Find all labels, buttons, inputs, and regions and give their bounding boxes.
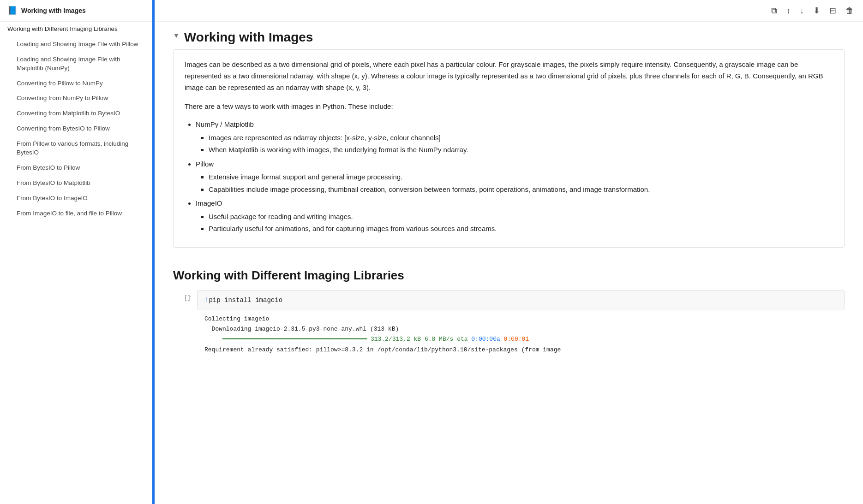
sub-list-item: Useful package for reading and writing i… xyxy=(209,212,833,222)
section1-list: NumPy / MatplotlibImages are represented… xyxy=(185,119,833,234)
sidebar-item-loading-and-showing-matplotlib[interactable]: Loading and Showing Image File with Matp… xyxy=(0,52,152,76)
sidebar-item-loading-and-showing-pillow[interactable]: Loading and Showing Image File with Pill… xyxy=(0,37,152,52)
section2-title: Working with Different Imaging Libraries xyxy=(173,268,845,283)
section1-paragraph1: Images can be described as a two dimensi… xyxy=(185,59,833,93)
save-button[interactable]: ⬇ xyxy=(811,4,822,18)
progress-speed: 6.8 MB/s xyxy=(425,336,453,343)
move-up-button[interactable]: ↑ xyxy=(785,4,792,18)
sidebar-item-bytesio-to-pillow[interactable]: From BytesIO to Pillow xyxy=(0,160,152,176)
section1-paragraph2: There are a few ways to work with images… xyxy=(185,101,833,113)
copy-button[interactable]: ⧉ xyxy=(769,4,779,18)
section1-cell: ▼ Working with Images Images can be desc… xyxy=(173,22,845,248)
output-block: Collecting imageio Downloading imageio-2… xyxy=(197,314,845,355)
list-item: NumPy / MatplotlibImages are represented… xyxy=(196,119,833,155)
output-line-2: Downloading imageio-2.31.5-py3-none-any.… xyxy=(204,324,845,334)
section1-content: Images can be described as a two dimensi… xyxy=(173,49,845,248)
sidebar-item-imageio-to-file[interactable]: From ImageIO to file, and file to Pillow xyxy=(0,206,152,221)
sidebar-item-bytesio-to-matplotlib[interactable]: From BytesIO to Matplotlib xyxy=(0,176,152,191)
book-icon: 📘 xyxy=(7,6,18,16)
sub-list-item: Images are represented as ndarray object… xyxy=(209,133,833,143)
main-content: ⧉ ↑ ↓ ⬇ ⊟ 🗑 ▼ Working with Images Images… xyxy=(155,0,863,504)
settings-button[interactable]: ⊟ xyxy=(827,4,838,18)
sub-list-item: Extensive image format support and gener… xyxy=(209,172,833,183)
sidebar-header: 📘 Working with Images xyxy=(0,0,152,22)
sidebar-item-converting-bytesio-pillow[interactable]: Converting from BytesIO to Pillow xyxy=(0,121,152,136)
sidebar-item-bytesio-to-imageio[interactable]: From BytesIO to ImageIO xyxy=(0,191,152,206)
progress-eta1: 0:00:00a xyxy=(471,336,500,343)
code-cell: [ ]: !pip install imageio xyxy=(173,290,845,310)
sidebar-nav: Working with Different Imaging Libraries… xyxy=(0,22,152,221)
code-block[interactable]: !pip install imageio xyxy=(197,290,845,310)
sidebar: 📘 Working with Images Working with Diffe… xyxy=(0,0,152,504)
progress-size: 313.2/313.2 kB xyxy=(371,336,421,343)
list-item: ImageIOUseful package for reading and wr… xyxy=(196,198,833,234)
section1-header: ▼ Working with Images xyxy=(173,22,845,49)
output-line-3: ━━━━━━━━━━━━━━━━━━━━━━━━━━━━━━━━━━━━━━━━… xyxy=(204,334,845,344)
cell-label: [ ]: xyxy=(173,290,192,301)
move-down-button[interactable]: ↓ xyxy=(798,4,806,18)
progress-eta2: 0:00:01 xyxy=(504,336,529,343)
section-divider xyxy=(173,257,845,257)
sub-list-item: When Matplotlib is working with images, … xyxy=(209,145,833,155)
sub-list-item: Capabilities include image processing, t… xyxy=(209,184,833,195)
output-line-1: Collecting imageio xyxy=(204,314,845,324)
sidebar-item-converting-matplotlib-bytesio[interactable]: Converting from Matplotlib to BytesIO xyxy=(0,106,152,121)
code-line: !pip install imageio xyxy=(205,295,837,305)
sidebar-title: Working with Images xyxy=(21,7,86,14)
sidebar-item-converting-numpy-pillow[interactable]: Converting from NumPy to Pillow xyxy=(0,91,152,106)
section2-cell: Working with Different Imaging Libraries… xyxy=(173,268,845,355)
sidebar-item-converting-pillow-numpy[interactable]: Converting fro Pillow to NumPy xyxy=(0,76,152,91)
sub-list-item: Particularly useful for animations, and … xyxy=(209,224,833,234)
toolbar: ⧉ ↑ ↓ ⬇ ⊟ 🗑 xyxy=(155,0,863,22)
delete-button[interactable]: 🗑 xyxy=(844,4,856,18)
collapse-button[interactable]: ▼ xyxy=(173,32,180,39)
content-area: ▼ Working with Images Images can be desc… xyxy=(155,22,863,374)
code-command: pip install imageio xyxy=(209,296,282,304)
sidebar-item-pillow-to-formats[interactable]: From Pillow to various formats, includin… xyxy=(0,136,152,160)
section1-title: Working with Images xyxy=(184,29,313,46)
sidebar-item-working-with-different-imaging-libraries[interactable]: Working with Different Imaging Libraries xyxy=(0,22,152,37)
output-line-4: Requirement already satisfied: pillow>=8… xyxy=(204,345,845,355)
list-item: PillowExtensive image format support and… xyxy=(196,159,833,195)
